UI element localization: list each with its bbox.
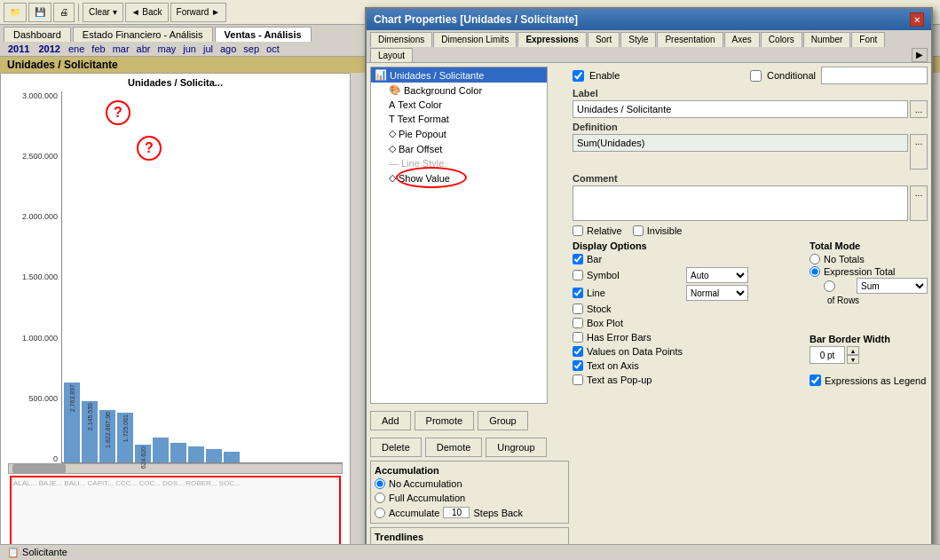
label-dots-btn[interactable]: ... bbox=[910, 100, 928, 118]
month-abr[interactable]: abr bbox=[135, 43, 153, 54]
dtab-axes[interactable]: Axes bbox=[724, 32, 760, 47]
bar-7[interactable] bbox=[188, 446, 204, 462]
definition-input[interactable] bbox=[573, 134, 908, 152]
relative-checkbox[interactable] bbox=[573, 225, 583, 236]
box-plot-checkbox[interactable] bbox=[573, 318, 583, 328]
back-btn[interactable]: ◄ Back bbox=[125, 3, 169, 22]
expr-text-color[interactable]: A Text Color bbox=[371, 98, 547, 112]
dialog-close-btn[interactable]: ✕ bbox=[910, 12, 924, 27]
add-btn[interactable]: Add bbox=[370, 411, 411, 430]
expr-bg-color[interactable]: 🎨 Background Color bbox=[371, 83, 547, 98]
group-btn[interactable]: Group bbox=[478, 411, 528, 430]
tab-dashboard[interactable]: Dashboard bbox=[4, 27, 71, 42]
symbol-select[interactable]: Auto bbox=[686, 267, 748, 283]
definition-dots-btn[interactable]: ... bbox=[910, 134, 928, 170]
bar-5[interactable] bbox=[153, 438, 169, 462]
ungroup-btn[interactable]: Ungroup bbox=[486, 438, 546, 457]
month-jul[interactable]: jul bbox=[201, 43, 215, 54]
text-popup-check-row[interactable]: Text as Pop-up bbox=[573, 374, 683, 386]
expr-text-format[interactable]: T Text Format bbox=[371, 112, 547, 126]
expr-line-style[interactable]: — Line Style bbox=[371, 156, 547, 170]
dtab-layout[interactable]: Layout bbox=[370, 48, 413, 62]
values-dp-checkbox[interactable] bbox=[573, 346, 583, 357]
clear-btn[interactable]: Clear ▾ bbox=[83, 3, 123, 22]
line-select[interactable]: Normal bbox=[686, 285, 748, 301]
month-mar[interactable]: mar bbox=[111, 43, 131, 54]
steps-input[interactable] bbox=[443, 507, 470, 518]
no-totals-radio[interactable] bbox=[810, 254, 820, 264]
scroll-thumb[interactable] bbox=[12, 464, 66, 473]
month-sep[interactable]: sep bbox=[241, 43, 261, 54]
spin-down-btn[interactable]: ▼ bbox=[847, 355, 859, 364]
sum-select[interactable]: Sum bbox=[857, 278, 928, 294]
expr-legend-checkbox[interactable] bbox=[810, 375, 821, 386]
dtab-presentation[interactable]: Presentation bbox=[657, 32, 723, 47]
toolbar-btn-1[interactable]: 📁 bbox=[4, 3, 27, 22]
sum-radio[interactable] bbox=[824, 280, 835, 292]
year-2012[interactable]: 2012 bbox=[36, 43, 62, 54]
label-input[interactable] bbox=[573, 100, 908, 118]
line-checkbox[interactable] bbox=[573, 288, 583, 298]
values-dp-check-row[interactable]: Values on Data Points bbox=[573, 345, 683, 358]
month-may[interactable]: may bbox=[155, 43, 178, 54]
text-popup-checkbox[interactable] bbox=[573, 375, 583, 385]
bar-8[interactable] bbox=[206, 449, 222, 462]
spin-up-btn[interactable]: ▲ bbox=[847, 346, 859, 355]
conditional-input[interactable] bbox=[821, 67, 928, 84]
bar-2[interactable]: 1.822.867,96 bbox=[99, 410, 115, 462]
bar-4[interactable]: 624.620 bbox=[135, 445, 151, 462]
bar-border-input[interactable] bbox=[810, 346, 845, 364]
promote-btn[interactable]: Promote bbox=[415, 411, 475, 430]
no-accum-radio[interactable] bbox=[375, 478, 385, 489]
full-accum-radio[interactable] bbox=[375, 493, 385, 503]
dtab-dimension-limits[interactable]: Dimension Limits bbox=[433, 32, 517, 47]
bar-check-row[interactable]: Bar bbox=[573, 253, 683, 265]
expr-total-row[interactable]: Expression Total bbox=[810, 265, 928, 278]
year-2011[interactable]: 2011 bbox=[5, 43, 32, 54]
dtab-number[interactable]: Number bbox=[803, 32, 851, 47]
bar-checkbox[interactable] bbox=[573, 254, 583, 264]
toolbar-btn-3[interactable]: 🖨 bbox=[53, 3, 75, 22]
bar-1[interactable]: 2.145.539 bbox=[82, 401, 98, 462]
dtab-font[interactable]: Font bbox=[851, 32, 885, 47]
tab-estado[interactable]: Estado Financiero - Análisis bbox=[73, 27, 213, 42]
accum-radio[interactable] bbox=[375, 508, 385, 518]
box-plot-check-row[interactable]: Box Plot bbox=[573, 317, 683, 329]
tab-ventas[interactable]: Ventas - Análisis bbox=[215, 27, 312, 42]
full-accum-row[interactable]: Full Accumulation bbox=[375, 492, 565, 504]
no-totals-row[interactable]: No Totals bbox=[810, 253, 928, 265]
month-feb[interactable]: feb bbox=[90, 43, 107, 54]
dtab-colors[interactable]: Colors bbox=[761, 32, 802, 47]
month-ago[interactable]: ago bbox=[218, 43, 238, 54]
dtab-dimensions[interactable]: Dimensions bbox=[370, 32, 432, 47]
scrollbar-h[interactable] bbox=[8, 463, 343, 474]
relative-row[interactable]: Relative bbox=[573, 225, 622, 237]
no-accum-row[interactable]: No Accumulation bbox=[375, 477, 565, 490]
expr-bar-offset[interactable]: ◇ Bar Offset bbox=[371, 141, 547, 156]
bar-6[interactable] bbox=[170, 443, 186, 462]
dtab-expressions[interactable]: Expressions bbox=[517, 32, 586, 47]
error-bars-check-row[interactable]: Has Error Bars bbox=[573, 331, 683, 343]
dtab-sort[interactable]: Sort bbox=[588, 32, 620, 47]
month-ene[interactable]: ene bbox=[67, 43, 86, 54]
bar-0[interactable]: 2.763.897 bbox=[64, 383, 80, 462]
invisible-row[interactable]: Invisible bbox=[633, 225, 683, 237]
month-jun[interactable]: jun bbox=[181, 43, 198, 54]
dtab-style[interactable]: Style bbox=[620, 32, 656, 47]
month-oct[interactable]: oct bbox=[265, 43, 281, 54]
expr-show-value[interactable]: ◇ Show Value bbox=[371, 170, 547, 185]
comment-dots-btn[interactable]: ... bbox=[910, 185, 928, 221]
error-bars-checkbox[interactable] bbox=[573, 332, 583, 343]
bar-3[interactable]: 1.725.061 bbox=[117, 413, 133, 462]
enable-checkbox[interactable] bbox=[573, 70, 584, 82]
accum-row[interactable]: Accumulate Steps Back bbox=[375, 506, 565, 519]
expr-root-item[interactable]: 📊 Unidades / Solicitante bbox=[371, 67, 547, 83]
bar-9[interactable] bbox=[224, 452, 240, 462]
toolbar-btn-2[interactable]: 💾 bbox=[28, 3, 51, 22]
text-on-axis-checkbox[interactable] bbox=[573, 360, 583, 371]
expr-pie-popout[interactable]: ◇ Pie Popout bbox=[371, 126, 547, 141]
symbol-checkbox[interactable] bbox=[573, 270, 583, 280]
line-check-row[interactable]: Line bbox=[573, 287, 683, 299]
expressions-legend-row[interactable]: Expressions as Legend bbox=[810, 375, 928, 386]
delete-btn[interactable]: Delete bbox=[370, 438, 422, 457]
